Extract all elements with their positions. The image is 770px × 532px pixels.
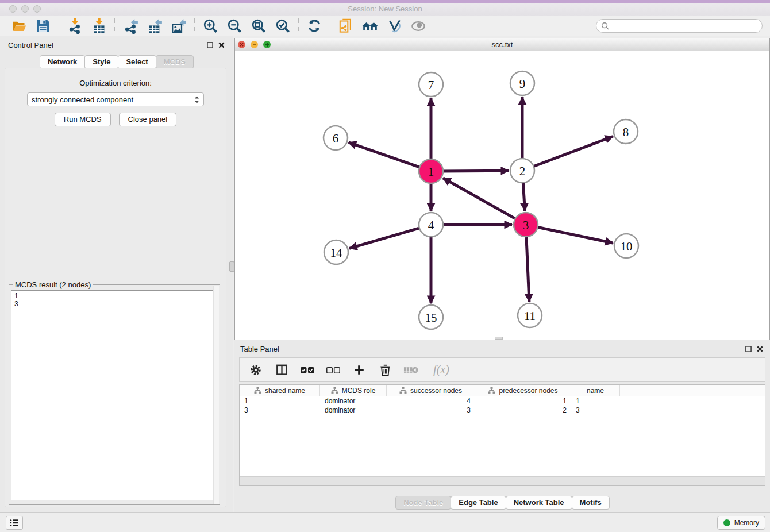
graph-edge-2-8[interactable] xyxy=(533,136,613,167)
select-all-columns-button[interactable] xyxy=(299,362,315,378)
export-table-button[interactable] xyxy=(145,17,164,34)
graphics-details-button[interactable] xyxy=(384,17,404,34)
graph-edge-1-2[interactable] xyxy=(442,171,509,171)
zoom-selected-button[interactable] xyxy=(273,17,292,34)
clone-network-button[interactable] xyxy=(336,17,356,34)
zoom-fit-button[interactable] xyxy=(249,17,268,34)
tab-motifs[interactable]: Motifs xyxy=(572,496,610,510)
tab-select[interactable]: Select xyxy=(118,55,156,69)
network-graph[interactable]: 7968124314101511 xyxy=(235,51,769,340)
refresh-icon xyxy=(307,18,322,33)
graph-edge-1-6[interactable] xyxy=(349,142,421,168)
column-header-successor-nodes[interactable]: successor nodes xyxy=(387,385,475,396)
save-session-button[interactable] xyxy=(33,17,53,34)
tab-network[interactable]: Network xyxy=(40,55,85,69)
create-column-button[interactable] xyxy=(351,362,367,378)
cell-shared-name[interactable]: 3 xyxy=(240,406,320,415)
column-header-predecessor-nodes[interactable]: predecessor nodes xyxy=(475,385,571,396)
delete-table-button[interactable] xyxy=(403,362,419,378)
cell-successor-nodes[interactable]: 4 xyxy=(387,396,475,406)
eye-icon xyxy=(410,18,426,34)
graphics-details-icon xyxy=(387,18,402,34)
cell-mcds-role[interactable]: dominator xyxy=(320,396,387,406)
deselect-all-columns-button[interactable] xyxy=(325,362,341,378)
titlebar-accent-strip xyxy=(0,0,770,3)
network-window-titlebar[interactable]: scc.txt xyxy=(235,38,769,51)
table-tabs: Node Table Edge Table Network Table Moti… xyxy=(234,496,770,510)
column-header-mcds-role[interactable]: MCDS role xyxy=(320,385,387,396)
panel-splitter-grip[interactable] xyxy=(229,261,234,272)
status-bar: Memory xyxy=(0,512,770,532)
open-session-button[interactable] xyxy=(9,17,29,34)
graph-node-label-11: 11 xyxy=(524,309,536,323)
close-panel-icon[interactable] xyxy=(218,42,225,48)
memory-button[interactable]: Memory xyxy=(717,516,765,530)
cell-name[interactable]: 1 xyxy=(571,396,620,406)
eye-button[interactable] xyxy=(409,17,428,34)
mcds-result-text[interactable]: 1 3 xyxy=(11,290,218,500)
table-row[interactable]: 3 dominator 3 2 3 xyxy=(240,406,765,415)
tab-edge-table[interactable]: Edge Table xyxy=(451,496,506,510)
function-builder-button[interactable]: f(x) xyxy=(429,362,454,378)
graph-edge-3-1[interactable] xyxy=(443,178,517,219)
import-network-button[interactable] xyxy=(65,17,84,34)
toolbar-search xyxy=(596,19,763,33)
float-panel-icon[interactable] xyxy=(745,346,752,352)
optimization-criterion-label: Optimization criterion: xyxy=(5,79,226,87)
checked-boxes-icon xyxy=(300,365,315,375)
cell-predecessor-nodes[interactable]: 2 xyxy=(475,406,571,415)
column-header-name[interactable]: name xyxy=(571,385,620,396)
result-scrollbar[interactable] xyxy=(213,286,219,504)
task-history-button[interactable] xyxy=(6,516,23,530)
zoom-out-button[interactable] xyxy=(225,17,244,34)
cell-shared-name[interactable]: 1 xyxy=(240,396,320,406)
optimization-criterion-select[interactable]: strongly connected component xyxy=(27,92,204,106)
import-table-icon xyxy=(91,18,107,34)
export-table-icon xyxy=(147,18,163,34)
memory-label: Memory xyxy=(734,519,759,527)
graph-edge-3-10[interactable] xyxy=(537,227,613,243)
tab-node-table[interactable]: Node Table xyxy=(395,496,451,510)
column-header-shared-name[interactable]: shared name xyxy=(240,385,320,396)
table-row[interactable]: 1 dominator 4 1 1 xyxy=(240,396,765,406)
export-image-button[interactable] xyxy=(169,17,188,34)
graph-node-label-6: 6 xyxy=(333,132,339,145)
close-panel-icon[interactable] xyxy=(757,346,763,352)
cell-name[interactable]: 3 xyxy=(571,406,620,415)
cell-predecessor-nodes[interactable]: 1 xyxy=(475,396,571,406)
graph-edge-2-3[interactable] xyxy=(523,182,525,211)
cell-successor-nodes[interactable]: 3 xyxy=(387,406,475,415)
mcds-panel-body: Optimization criterion: strongly connect… xyxy=(5,68,226,507)
float-panel-icon[interactable] xyxy=(207,42,213,48)
graph-node-label-9: 9 xyxy=(519,77,526,91)
graph-edge-4-14[interactable] xyxy=(349,228,421,248)
graph-edge-3-11[interactable] xyxy=(526,236,529,302)
zoom-in-button[interactable] xyxy=(201,17,220,34)
trash-icon xyxy=(379,364,391,376)
refresh-layout-button[interactable] xyxy=(305,17,324,34)
home-icon xyxy=(361,18,379,34)
tab-style[interactable]: Style xyxy=(84,55,118,69)
table-header-row: shared name MCDS role successor nodes pr… xyxy=(240,385,765,396)
canvas-resize-grip[interactable] xyxy=(495,337,503,340)
table-settings-button[interactable] xyxy=(248,362,264,378)
table-horizontal-scrollbar[interactable] xyxy=(240,476,765,485)
table-toolbar: f(x) xyxy=(239,357,765,382)
delete-column-button[interactable] xyxy=(377,362,393,378)
search-input[interactable] xyxy=(610,22,762,30)
close-panel-button[interactable]: Close panel xyxy=(119,113,177,126)
tab-network-table[interactable]: Network Table xyxy=(506,496,572,510)
run-mcds-button[interactable]: Run MCDS xyxy=(55,113,111,126)
cell-mcds-role[interactable]: dominator xyxy=(320,406,387,415)
graph-node-label-10: 10 xyxy=(621,240,633,253)
export-network-button[interactable] xyxy=(121,17,140,34)
import-table-button[interactable] xyxy=(89,17,109,34)
network-canvas[interactable]: 7968124314101511 xyxy=(235,51,769,340)
plus-icon xyxy=(353,364,365,376)
fx-icon: f(x) xyxy=(433,363,449,376)
tab-mcds[interactable]: MCDS xyxy=(156,55,194,69)
table-column-layout-button[interactable] xyxy=(274,362,290,378)
mcds-result-group: MCDS result (2 nodes) 1 3 xyxy=(9,284,220,505)
delete-table-icon xyxy=(403,365,419,375)
home-button[interactable] xyxy=(360,17,380,34)
